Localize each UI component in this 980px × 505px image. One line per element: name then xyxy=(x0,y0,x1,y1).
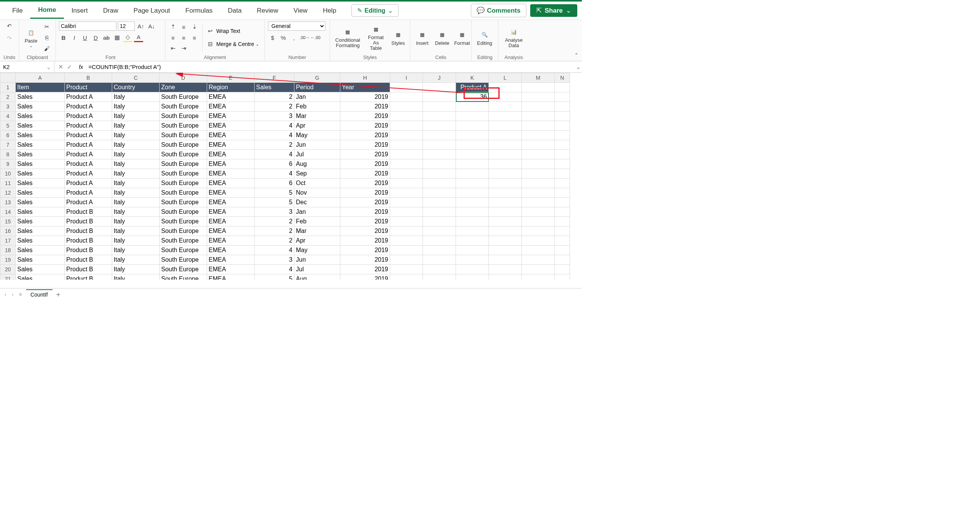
cell-F7[interactable]: 2 xyxy=(255,140,294,150)
cell-L5[interactable] xyxy=(489,121,522,131)
tab-page-layout[interactable]: Page Layout xyxy=(126,3,178,18)
cell-D21[interactable]: South Europe xyxy=(160,274,207,280)
cell-M19[interactable] xyxy=(522,255,555,265)
tab-draw[interactable]: Draw xyxy=(95,3,126,18)
cell-F9[interactable]: 6 xyxy=(255,159,294,169)
cell-A13[interactable]: Sales xyxy=(16,198,65,207)
format-painter-button[interactable]: 🖌 xyxy=(42,44,51,53)
cell-L2[interactable] xyxy=(489,92,522,102)
cell-A2[interactable]: Sales xyxy=(16,92,65,102)
decrease-decimal-button[interactable]: ←.00 xyxy=(311,33,320,42)
cell-L1[interactable] xyxy=(489,83,522,92)
underline-button[interactable]: U xyxy=(80,33,90,42)
cell-I1[interactable] xyxy=(390,83,423,92)
cell-C18[interactable]: Italy xyxy=(112,246,160,255)
cell-G11[interactable]: Oct xyxy=(294,179,340,188)
row-header-6[interactable]: 6 xyxy=(0,131,16,140)
cell-D6[interactable]: South Europe xyxy=(160,131,207,140)
cell-I8[interactable] xyxy=(390,150,423,159)
cell-J13[interactable] xyxy=(423,198,456,207)
cell-N15[interactable] xyxy=(555,217,570,226)
cell-N16[interactable] xyxy=(555,226,570,236)
cell-D14[interactable]: South Europe xyxy=(160,207,207,217)
cell-M8[interactable] xyxy=(522,150,555,159)
cell-B16[interactable]: Product B xyxy=(65,226,112,236)
cell-H16[interactable]: 2019 xyxy=(340,226,390,236)
cell-E14[interactable]: EMEA xyxy=(207,207,255,217)
cell-H9[interactable]: 2019 xyxy=(340,159,390,169)
cell-E8[interactable]: EMEA xyxy=(207,150,255,159)
cell-C11[interactable]: Italy xyxy=(112,179,160,188)
add-sheet-button[interactable]: ＋ xyxy=(55,290,62,299)
spreadsheet-grid[interactable]: ABCDEFGHIJKLMN1ItemProductCountryZoneReg… xyxy=(0,73,582,280)
cell-H20[interactable]: 2019 xyxy=(340,265,390,274)
cell-B7[interactable]: Product A xyxy=(65,140,112,150)
cell-K7[interactable] xyxy=(456,140,489,150)
cell-E10[interactable]: EMEA xyxy=(207,169,255,179)
row-header-13[interactable]: 13 xyxy=(0,198,16,207)
cell-A19[interactable]: Sales xyxy=(16,255,65,265)
cell-J21[interactable] xyxy=(423,274,456,280)
cell-D1[interactable]: Zone xyxy=(160,83,207,92)
row-header-21[interactable]: 21 xyxy=(0,274,16,280)
cell-F17[interactable]: 2 xyxy=(255,236,294,246)
column-header-D[interactable]: D xyxy=(160,73,207,83)
cell-M17[interactable] xyxy=(522,236,555,246)
cell-B8[interactable]: Product A xyxy=(65,150,112,159)
cell-E1[interactable]: Region xyxy=(207,83,255,92)
row-header-20[interactable]: 20 xyxy=(0,265,16,274)
cell-B9[interactable]: Product A xyxy=(65,159,112,169)
cell-I9[interactable] xyxy=(390,159,423,169)
expand-formula-bar-button[interactable]: ⌄ xyxy=(574,63,582,71)
copy-button[interactable]: ⎘ xyxy=(42,33,51,42)
cell-E20[interactable]: EMEA xyxy=(207,265,255,274)
increase-indent-button[interactable]: ⇥ xyxy=(179,44,188,53)
cell-A12[interactable]: Sales xyxy=(16,188,65,198)
align-top-button[interactable]: ⇡ xyxy=(168,22,178,31)
cell-I19[interactable] xyxy=(390,255,423,265)
share-button[interactable]: ⇱ Share ⌄ xyxy=(530,4,577,17)
tab-home[interactable]: Home xyxy=(30,2,64,19)
cell-K6[interactable] xyxy=(456,131,489,140)
cell-H17[interactable]: 2019 xyxy=(340,236,390,246)
sheet-nav-prev[interactable]: ‹ xyxy=(3,291,8,297)
cell-B4[interactable]: Product A xyxy=(65,111,112,121)
cell-K18[interactable] xyxy=(456,246,489,255)
cell-C2[interactable]: Italy xyxy=(112,92,160,102)
cell-J11[interactable] xyxy=(423,179,456,188)
tab-insert[interactable]: Insert xyxy=(64,3,96,18)
cell-D19[interactable]: South Europe xyxy=(160,255,207,265)
column-header-B[interactable]: B xyxy=(65,73,112,83)
cell-N13[interactable] xyxy=(555,198,570,207)
cell-L17[interactable] xyxy=(489,236,522,246)
cell-M21[interactable] xyxy=(522,274,555,280)
column-header-J[interactable]: J xyxy=(423,73,456,83)
cell-M6[interactable] xyxy=(522,131,555,140)
cell-I13[interactable] xyxy=(390,198,423,207)
analyse-data-button[interactable]: 📊Analyse Data xyxy=(501,26,526,49)
cell-C12[interactable]: Italy xyxy=(112,188,160,198)
cell-E4[interactable]: EMEA xyxy=(207,111,255,121)
editing-mode-button[interactable]: ✎ Editing ⌄ xyxy=(351,4,398,17)
tab-view[interactable]: View xyxy=(286,3,315,18)
cell-K21[interactable] xyxy=(456,274,489,280)
cell-C14[interactable]: Italy xyxy=(112,207,160,217)
cell-H7[interactable]: 2019 xyxy=(340,140,390,150)
cell-F12[interactable]: 5 xyxy=(255,188,294,198)
cell-K17[interactable] xyxy=(456,236,489,246)
cell-D12[interactable]: South Europe xyxy=(160,188,207,198)
cell-J10[interactable] xyxy=(423,169,456,179)
cell-G17[interactable]: Apr xyxy=(294,236,340,246)
cell-E11[interactable]: EMEA xyxy=(207,179,255,188)
cell-I17[interactable] xyxy=(390,236,423,246)
cell-F19[interactable]: 3 xyxy=(255,255,294,265)
row-header-3[interactable]: 3 xyxy=(0,102,16,111)
row-header-5[interactable]: 5 xyxy=(0,121,16,131)
cell-J8[interactable] xyxy=(423,150,456,159)
cell-N8[interactable] xyxy=(555,150,570,159)
sheet-nav-next[interactable]: › xyxy=(10,291,15,297)
cell-C9[interactable]: Italy xyxy=(112,159,160,169)
cell-F3[interactable]: 2 xyxy=(255,102,294,111)
tab-data[interactable]: Data xyxy=(220,3,249,18)
cell-K10[interactable] xyxy=(456,169,489,179)
